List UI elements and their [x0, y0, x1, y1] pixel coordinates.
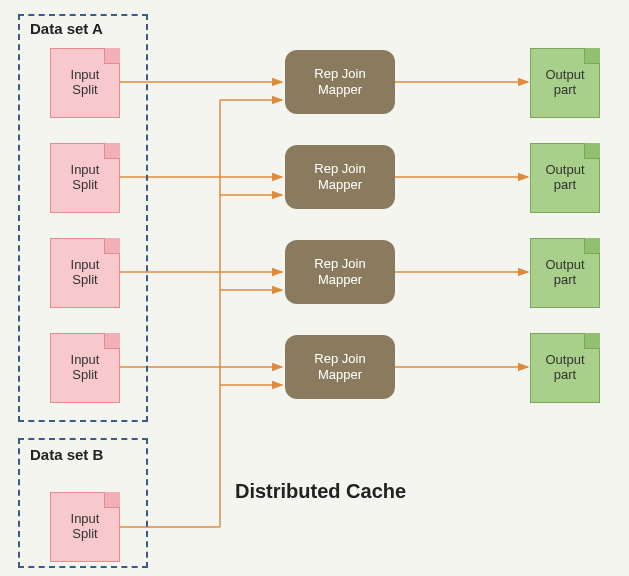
mapper-label: Rep Join Mapper: [314, 66, 365, 97]
diagram-canvas: Data set A Input Split Input Split Input…: [0, 0, 629, 576]
file-label: Output part: [545, 68, 584, 98]
file-label: Input Split: [71, 68, 100, 98]
mapper-2: Rep Join Mapper: [285, 145, 395, 209]
file-label: Output part: [545, 353, 584, 383]
mapper-label: Rep Join Mapper: [314, 161, 365, 192]
diagram-title: Distributed Cache: [235, 480, 406, 503]
output-part-2: Output part: [530, 143, 600, 213]
output-part-4: Output part: [530, 333, 600, 403]
file-label: Input Split: [71, 163, 100, 193]
input-split-a-1: Input Split: [50, 48, 120, 118]
mapper-4: Rep Join Mapper: [285, 335, 395, 399]
mapper-label: Rep Join Mapper: [314, 256, 365, 287]
dataset-a-label: Data set A: [30, 20, 103, 37]
file-label: Input Split: [71, 353, 100, 383]
file-label: Output part: [545, 258, 584, 288]
output-part-1: Output part: [530, 48, 600, 118]
file-label: Output part: [545, 163, 584, 193]
mapper-1: Rep Join Mapper: [285, 50, 395, 114]
input-split-a-2: Input Split: [50, 143, 120, 213]
output-part-3: Output part: [530, 238, 600, 308]
file-label: Input Split: [71, 512, 100, 542]
input-split-b: Input Split: [50, 492, 120, 562]
file-label: Input Split: [71, 258, 100, 288]
dataset-b-label: Data set B: [30, 446, 103, 463]
input-split-a-3: Input Split: [50, 238, 120, 308]
input-split-a-4: Input Split: [50, 333, 120, 403]
mapper-3: Rep Join Mapper: [285, 240, 395, 304]
mapper-label: Rep Join Mapper: [314, 351, 365, 382]
